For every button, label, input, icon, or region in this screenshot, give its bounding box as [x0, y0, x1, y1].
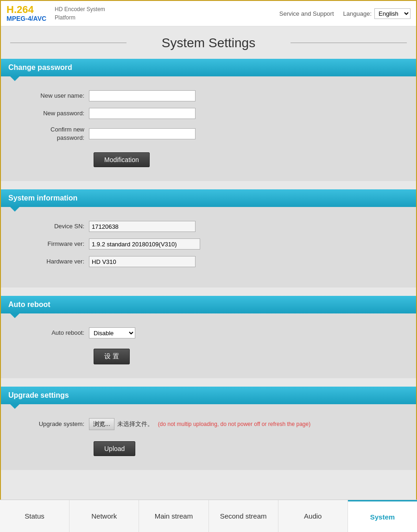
auto-reboot-select[interactable]: Disable Enable [89, 327, 135, 338]
bottom-nav: Status Network Main stream Second stream… [0, 500, 417, 532]
logo-h264: H.264 [6, 4, 46, 15]
nav-status-label: Status [25, 512, 44, 520]
confirm-password-input[interactable] [89, 128, 196, 139]
firmware-ver-label: Firmware ver: [19, 240, 89, 248]
device-sn-label: Device SN: [19, 222, 89, 231]
language-label: Language: [343, 10, 372, 17]
system-info-content: Device SN: Firmware ver: Hardware ver: [1, 207, 416, 288]
nav-main-stream-label: Main stream [155, 512, 193, 520]
no-file-chosen: 未选择文件。 [117, 420, 153, 428]
system-info-title: System information [8, 194, 77, 202]
auto-reboot-label: Auto reboot: [19, 329, 89, 337]
header: H.264 MPEG-4/AVC HD Encoder System Platf… [1, 1, 416, 26]
browse-button[interactable]: 浏览... [89, 418, 114, 430]
service-support-link[interactable]: Service and Support [279, 10, 334, 17]
file-browse-area: 浏览... 未选择文件。 (do not multip uploading, d… [89, 418, 310, 430]
nav-second-stream-label: Second stream [220, 512, 267, 520]
modification-button[interactable]: Modification [94, 152, 150, 167]
nav-network[interactable]: Network [70, 500, 139, 532]
upgrade-settings-section: Upgrade settings Upgrade system: 浏览... 未… [1, 387, 416, 470]
new-password-row: New password: [19, 108, 398, 119]
nav-audio-label: Audio [304, 512, 322, 520]
device-sn-value [89, 221, 196, 232]
new-username-row: New user name: [19, 90, 398, 101]
subtitle-line2: Platform [55, 14, 76, 21]
header-subtitle: HD Encoder System Platform [55, 5, 105, 22]
hardware-ver-value [89, 256, 196, 267]
upgrade-settings-header: Upgrade settings [1, 387, 416, 404]
auto-reboot-set-button[interactable]: 设 置 [94, 349, 130, 364]
firmware-ver-value [89, 238, 200, 250]
header-right: Service and Support Language: English Ch… [279, 8, 411, 19]
nav-network-label: Network [91, 512, 117, 520]
upgrade-settings-title: Upgrade settings [8, 391, 69, 399]
page-title-bar: System Settings [1, 26, 416, 59]
nav-status[interactable]: Status [0, 500, 70, 532]
change-password-header: Change password [1, 59, 416, 76]
page-title: System Settings [162, 36, 255, 50]
system-info-section: System information Device SN: Firmware v… [1, 189, 416, 288]
hardware-ver-label: Hardware ver: [19, 257, 89, 266]
nav-system[interactable]: System [348, 500, 417, 532]
change-password-content: New user name: New password: Confirm new… [1, 76, 416, 181]
firmware-ver-row: Firmware ver: [19, 238, 398, 250]
nav-system-label: System [370, 513, 395, 521]
change-password-section: Change password New user name: New passw… [1, 59, 416, 181]
confirm-password-label: Confirm new password: [19, 125, 89, 142]
upgrade-system-label: Upgrade system: [19, 420, 89, 428]
confirm-new-line1: Confirm new [51, 126, 84, 133]
upgrade-system-row: Upgrade system: 浏览... 未选择文件。 (do not mul… [19, 418, 398, 430]
nav-second-stream[interactable]: Second stream [209, 500, 278, 532]
logo-area: H.264 MPEG-4/AVC [6, 4, 46, 23]
new-username-input[interactable] [89, 90, 196, 101]
nav-audio[interactable]: Audio [278, 500, 348, 532]
logo-h264-text: H.264 [6, 4, 34, 15]
hardware-ver-row: Hardware ver: [19, 256, 398, 267]
confirm-password-row: Confirm new password: [19, 125, 398, 142]
upgrade-settings-content: Upgrade system: 浏览... 未选择文件。 (do not mul… [1, 404, 416, 470]
auto-reboot-row: Auto reboot: Disable Enable [19, 327, 398, 338]
auto-reboot-header: Auto reboot [1, 296, 416, 313]
language-area: Language: English Chinese [343, 8, 411, 19]
change-password-title: Change password [8, 63, 72, 71]
new-password-label: New password: [19, 109, 89, 118]
device-sn-row: Device SN: [19, 221, 398, 232]
language-select[interactable]: English Chinese [374, 8, 411, 19]
confirm-new-line2: password: [57, 134, 84, 141]
auto-reboot-title: Auto reboot [8, 300, 51, 308]
upgrade-warning: (do not multip uploading, do not power o… [158, 421, 310, 427]
nav-main-stream[interactable]: Main stream [139, 500, 208, 532]
auto-reboot-section: Auto reboot Auto reboot: Disable Enable … [1, 296, 416, 378]
upload-button[interactable]: Upload [94, 441, 135, 456]
subtitle-line1: HD Encoder System [55, 6, 105, 13]
system-info-header: System information [1, 189, 416, 207]
new-username-label: New user name: [19, 92, 89, 100]
logo-mpeg: MPEG-4/AVC [6, 15, 46, 22]
new-password-input[interactable] [89, 108, 196, 119]
auto-reboot-content: Auto reboot: Disable Enable 设 置 [1, 313, 416, 378]
